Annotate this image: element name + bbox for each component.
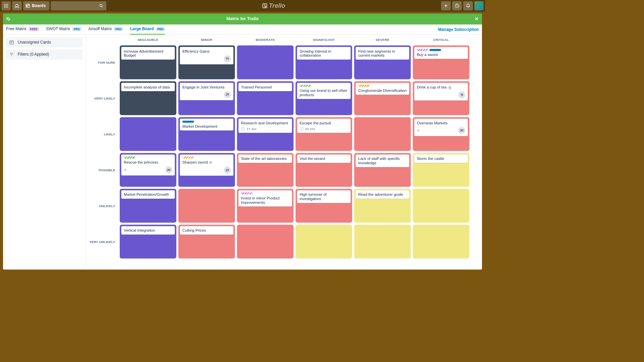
matrix-cell[interactable]: Efficiency GainsTI — [178, 46, 235, 79]
member-avatar[interactable]: TI — [458, 92, 465, 99]
matrix-cell[interactable]: Drink a cup of tea 🍵TI — [413, 81, 470, 115]
matrix-cell[interactable] — [178, 189, 235, 223]
matrix-cell[interactable]: Invest in minor Product Improvements — [237, 189, 293, 223]
matrix-cell[interactable]: Storm the castle — [413, 153, 470, 187]
matrix-cell[interactable]: High turnover of investigators — [296, 189, 352, 223]
matrix-cell[interactable]: Find new segments in current markets — [354, 46, 411, 79]
settings-button[interactable] — [6, 17, 11, 21]
card-title: Market Penetration/Growth — [124, 192, 172, 197]
matrix-cell[interactable] — [296, 225, 352, 258]
card[interactable]: Escape the pursuit20 Oct — [297, 119, 351, 133]
card[interactable]: State of the art laboratories — [238, 155, 292, 163]
card[interactable]: Using our brand to sell other products — [297, 83, 351, 99]
matrix-cell[interactable] — [120, 117, 176, 151]
matrix-cell[interactable]: Overseas MarketsJC — [413, 117, 470, 151]
card[interactable]: Buy a sword — [414, 47, 468, 59]
card-title: Incomplete analysis of data — [124, 85, 172, 89]
tab-free-matrix[interactable]: Free MatrixFREE — [6, 24, 39, 35]
board-icon — [26, 4, 30, 8]
card[interactable]: High turnover of investigators — [297, 190, 351, 203]
close-button[interactable]: ✕ — [475, 16, 478, 22]
card-title: Sharpen sword ⚔ — [182, 160, 231, 165]
card[interactable]: Vertical Integration — [121, 226, 175, 235]
boards-label: Boards — [32, 4, 46, 8]
matrix-cell[interactable] — [237, 46, 293, 79]
row-header: VERY LIKELY — [86, 80, 119, 116]
matrix-cell[interactable]: Using our brand to sell other products — [296, 81, 352, 115]
member-avatar[interactable]: JC — [458, 127, 465, 134]
matrix-cell[interactable]: Rescue the princessJC — [120, 153, 176, 187]
apps-button[interactable] — [2, 1, 11, 10]
notifications-button[interactable] — [463, 1, 473, 10]
matrix-cell[interactable] — [354, 117, 411, 151]
member-avatar[interactable]: JC — [165, 166, 172, 173]
boards-button[interactable]: Boards — [23, 1, 49, 10]
create-button[interactable] — [441, 1, 451, 10]
card[interactable]: Lack of staff with specific knowledge — [356, 155, 409, 167]
card[interactable]: Find new segments in current markets — [356, 47, 409, 60]
tab-ansoff-matrix[interactable]: Ansoff MatrixPRO — [88, 24, 123, 35]
matrix-cell[interactable]: Buy a sword — [413, 46, 470, 79]
card[interactable]: Market Penetration/Growth — [121, 190, 175, 199]
card[interactable]: Invest in minor Product Improvements — [238, 190, 292, 206]
card[interactable]: Read the adventurer guide — [356, 190, 409, 199]
tab-large-board[interactable]: Large BoardPRO — [130, 24, 165, 35]
matrix-cell[interactable]: Visit the wizard — [296, 153, 352, 187]
card[interactable]: Engage in Joint VenturesJT — [180, 83, 233, 100]
card[interactable]: Storm the castle — [414, 155, 468, 163]
user-avatar[interactable] — [474, 1, 483, 10]
card[interactable]: Research and Development17 Jun — [238, 119, 292, 133]
panel-title: Matrix for Trello — [226, 16, 259, 21]
matrix-cell[interactable] — [413, 225, 470, 258]
matrix-cell[interactable]: Sharpen sword ⚔JT — [178, 153, 235, 187]
card[interactable]: Incomplete analysis of data — [121, 83, 175, 91]
filters-button[interactable]: Filters (0 Applied) — [6, 50, 83, 60]
card[interactable]: Trained Personnel — [238, 83, 292, 91]
search-input[interactable] — [51, 1, 106, 10]
card[interactable]: Increase Advertisement Budget — [121, 47, 175, 60]
card[interactable]: Overseas MarketsJC — [414, 119, 468, 136]
info-button[interactable] — [452, 1, 462, 10]
matrix-cell[interactable]: Lack of staff with specific knowledge — [354, 153, 411, 187]
matrix-cell[interactable]: Vertical Integration — [120, 225, 176, 258]
matrix-cell[interactable]: Conglomerate Diversification — [354, 81, 411, 115]
trello-logo[interactable]: Trello — [262, 2, 285, 9]
matrix-cell[interactable]: Engage in Joint VenturesJT — [178, 81, 235, 115]
member-avatar[interactable]: TI — [224, 55, 231, 62]
matrix-cell[interactable]: Read the adventurer guide — [354, 189, 411, 223]
matrix-cell[interactable]: Escape the pursuit20 Oct — [296, 117, 352, 151]
card[interactable]: Sharpen sword ⚔JT — [180, 155, 233, 176]
card[interactable]: Growing interest in collaboration — [297, 47, 351, 60]
member-avatar[interactable]: JT — [224, 91, 231, 98]
card[interactable]: Conglomerate Diversification — [356, 83, 409, 95]
card[interactable]: Drink a cup of tea 🍵TI — [414, 83, 468, 101]
card[interactable]: Efficiency GainsTI — [180, 47, 233, 64]
svg-rect-10 — [26, 5, 28, 7]
matrix-panel: Matrix for Trello ✕ Free MatrixFREESWOT … — [3, 14, 482, 270]
card-title: Using our brand to sell other products — [300, 88, 348, 97]
unassigned-cards-button[interactable]: Unassigned Cards — [6, 37, 83, 47]
manage-subscription-link[interactable]: Manage Subscription — [438, 27, 479, 32]
card[interactable]: Market Development — [180, 119, 233, 130]
col-header: SIGNIFICANT — [294, 35, 353, 45]
card-title: Research and Development — [241, 121, 289, 125]
matrix-cell[interactable] — [237, 225, 293, 258]
matrix-cell[interactable] — [413, 189, 470, 223]
matrix-cell[interactable]: State of the art laboratories — [237, 153, 293, 187]
matrix-cell[interactable]: Market Development — [178, 117, 235, 151]
member-avatar[interactable]: JT — [224, 167, 231, 174]
card[interactable]: Rescue the princessJC — [121, 155, 175, 176]
matrix-cell[interactable]: Trained Personnel — [237, 81, 293, 115]
matrix-cell[interactable]: Market Penetration/Growth — [120, 189, 176, 223]
matrix-cell[interactable]: Increase Advertisement Budget — [120, 46, 176, 79]
matrix-cell[interactable]: Growing interest in collaboration — [296, 46, 352, 79]
home-button[interactable] — [12, 1, 22, 10]
matrix-cell[interactable]: Cutting Prices — [178, 225, 235, 258]
svg-point-21 — [457, 5, 457, 5]
card[interactable]: Cutting Prices — [180, 226, 233, 235]
matrix-cell[interactable] — [354, 225, 411, 258]
tab-swot-matrix[interactable]: SWOT MatrixPRO — [46, 24, 81, 35]
matrix-cell[interactable]: Research and Development17 Jun — [237, 117, 293, 151]
matrix-cell[interactable]: Incomplete analysis of data — [120, 81, 176, 115]
card[interactable]: Visit the wizard — [297, 155, 351, 163]
